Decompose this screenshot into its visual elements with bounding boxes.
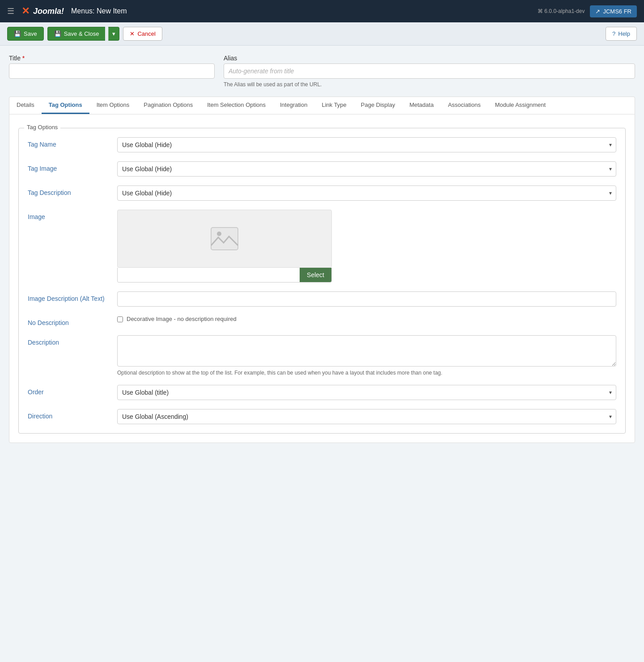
save-dropdown-button[interactable]: ▾: [108, 27, 119, 41]
image-placeholder-icon: [210, 227, 239, 251]
save-close-icon: 💾: [54, 30, 61, 37]
content-area: Title * Alias The Alias will be used as …: [0, 46, 644, 452]
tag-description-select-wrapper: Use Global (Hide) Hide Show ▾: [117, 186, 616, 201]
description-row: Description Optional description to show…: [28, 335, 616, 376]
tag-name-row: Tag Name Use Global (Hide) Hide Show ▾: [28, 137, 616, 152]
description-help: Optional description to show at the top …: [117, 370, 616, 376]
required-marker: *: [22, 55, 25, 62]
version-badge: ⌘ 6.0.0-alpha1-dev: [538, 8, 585, 14]
tabs-bar: Details Tag Options Item Options Paginat…: [9, 97, 635, 114]
tag-image-control: Use Global (Hide) Hide Show ▾: [117, 161, 616, 177]
joomla-logo-icon: ✕: [21, 5, 30, 17]
toolbar-left: 💾 Save 💾 Save & Close ▾ ✕ Cancel: [7, 27, 162, 41]
alias-help: The Alias will be used as part of the UR…: [224, 81, 635, 88]
image-input-row: Select: [117, 268, 332, 283]
toolbar-right: ? Help: [606, 27, 637, 41]
topbar: ☰ ✕ Joomla! Menus: New Item ⌘ 6.0.0-alph…: [0, 0, 644, 22]
toolbar: 💾 Save 💾 Save & Close ▾ ✕ Cancel ? Help: [0, 22, 644, 46]
tag-description-row: Tag Description Use Global (Hide) Hide S…: [28, 186, 616, 201]
no-description-help: Decorative Image - no description requir…: [127, 316, 237, 322]
chevron-down-icon: ▾: [112, 30, 115, 37]
image-control: Select: [117, 210, 616, 283]
image-label: Image: [28, 210, 108, 220]
tab-item-selection-options[interactable]: Item Selection Options: [200, 97, 273, 114]
tab-pagination-options[interactable]: Pagination Options: [136, 97, 200, 114]
title-input[interactable]: [9, 63, 215, 79]
title-alias-row: Title * Alias The Alias will be used as …: [9, 55, 635, 88]
tag-image-label: Tag Image: [28, 161, 108, 172]
fieldset-legend: Tag Options: [24, 124, 60, 131]
order-row: Order Use Global (title) Title Date ▾: [28, 385, 616, 400]
main-panel: Tag Options Tag Name Use Global (Hide) H…: [9, 114, 635, 443]
jcms-button[interactable]: ↗ JCMS6 FR: [590, 5, 637, 17]
tag-description-control: Use Global (Hide) Hide Show ▾: [117, 186, 616, 201]
hamburger-icon[interactable]: ☰: [7, 6, 14, 16]
tab-tag-options[interactable]: Tag Options: [42, 97, 89, 114]
tab-metadata[interactable]: Metadata: [402, 97, 441, 114]
order-control: Use Global (title) Title Date ▾: [117, 385, 616, 400]
tag-options-fieldset: Tag Options Tag Name Use Global (Hide) H…: [18, 128, 626, 434]
tab-details[interactable]: Details: [9, 97, 42, 114]
order-select[interactable]: Use Global (title) Title Date: [117, 385, 616, 400]
title-group: Title *: [9, 55, 215, 88]
tag-description-label: Tag Description: [28, 186, 108, 196]
no-description-checkbox-row: Decorative Image - no description requir…: [117, 316, 616, 322]
direction-control: Use Global (Ascending) Ascending Descend…: [117, 409, 616, 424]
joomla-logo: ✕ Joomla!: [21, 5, 64, 17]
tag-name-select[interactable]: Use Global (Hide) Hide Show: [117, 137, 616, 152]
alias-label: Alias: [224, 55, 635, 62]
no-description-control: Decorative Image - no description requir…: [117, 316, 616, 322]
external-icon: ↗: [595, 8, 600, 15]
tag-image-select-wrapper: Use Global (Hide) Hide Show ▾: [117, 161, 616, 177]
tab-module-assignment[interactable]: Module Assignment: [488, 97, 553, 114]
joomla-logo-text: Joomla!: [33, 7, 64, 16]
image-path-input[interactable]: [118, 268, 300, 282]
description-control: Optional description to show at the top …: [117, 335, 616, 376]
tab-integration[interactable]: Integration: [273, 97, 314, 114]
order-select-wrapper: Use Global (title) Title Date ▾: [117, 385, 616, 400]
topbar-left: ☰ ✕ Joomla! Menus: New Item: [7, 5, 127, 17]
title-label: Title *: [9, 55, 215, 62]
tag-name-control: Use Global (Hide) Hide Show ▾: [117, 137, 616, 152]
image-placeholder: [117, 210, 332, 268]
tag-image-select[interactable]: Use Global (Hide) Hide Show: [117, 161, 616, 177]
image-row: Image Select: [28, 210, 616, 283]
no-description-label: No Description: [28, 316, 108, 326]
direction-label: Direction: [28, 409, 108, 420]
select-button[interactable]: Select: [300, 268, 331, 282]
tag-image-row: Tag Image Use Global (Hide) Hide Show ▾: [28, 161, 616, 177]
tag-name-select-wrapper: Use Global (Hide) Hide Show ▾: [117, 137, 616, 152]
help-button[interactable]: ? Help: [606, 27, 637, 41]
order-label: Order: [28, 385, 108, 396]
save-icon: 💾: [14, 30, 21, 37]
image-description-input[interactable]: [117, 291, 616, 307]
page-title: Menus: New Item: [71, 7, 127, 15]
image-description-control: [117, 291, 616, 307]
tag-name-label: Tag Name: [28, 137, 108, 148]
cancel-icon: ✕: [130, 30, 135, 37]
direction-row: Direction Use Global (Ascending) Ascendi…: [28, 409, 616, 424]
cancel-button[interactable]: ✕ Cancel: [123, 27, 162, 41]
alias-input[interactable]: [224, 63, 635, 79]
description-label: Description: [28, 335, 108, 346]
no-description-row: No Description Decorative Image - no des…: [28, 316, 616, 326]
direction-select[interactable]: Use Global (Ascending) Ascending Descend…: [117, 409, 616, 424]
direction-select-wrapper: Use Global (Ascending) Ascending Descend…: [117, 409, 616, 424]
svg-point-1: [217, 232, 221, 236]
question-icon: ?: [612, 30, 615, 37]
svg-rect-0: [211, 228, 238, 250]
no-description-checkbox[interactable]: [117, 316, 123, 322]
save-close-button[interactable]: 💾 Save & Close: [47, 27, 106, 41]
tab-associations[interactable]: Associations: [441, 97, 488, 114]
alias-group: Alias The Alias will be used as part of …: [224, 55, 635, 88]
topbar-right: ⌘ 6.0.0-alpha1-dev ↗ JCMS6 FR: [538, 5, 637, 17]
tab-link-type[interactable]: Link Type: [314, 97, 353, 114]
tabs-container: Details Tag Options Item Options Paginat…: [9, 97, 635, 443]
description-textarea[interactable]: [117, 335, 616, 367]
tab-page-display[interactable]: Page Display: [354, 97, 402, 114]
save-button[interactable]: 💾 Save: [7, 27, 44, 41]
tag-description-select[interactable]: Use Global (Hide) Hide Show: [117, 186, 616, 201]
tab-item-options[interactable]: Item Options: [89, 97, 137, 114]
image-description-row: Image Description (Alt Text): [28, 291, 616, 307]
image-description-label: Image Description (Alt Text): [28, 291, 108, 302]
